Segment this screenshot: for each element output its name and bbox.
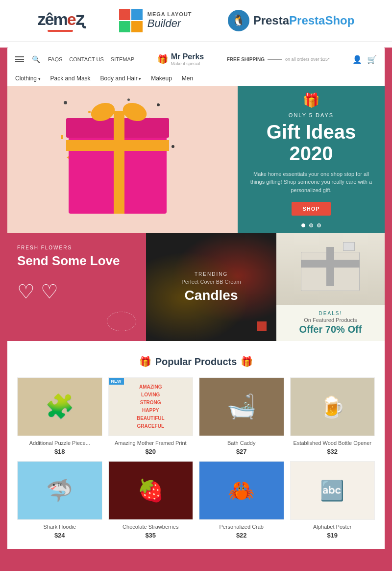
flowers-subtitle: FRESH FLOWERS [17,245,136,250]
deals-text: DEALS! On Featured Products Offer 70% Of… [276,305,385,341]
crab-name: Personalized Crab [199,524,284,530]
candles-title: Candles [185,288,238,303]
product-bottle[interactable]: 🍺 Established Wood Bottle Opener $32 [290,377,375,455]
print-name: Amazing Mother Framed Print [108,440,194,446]
crab-price: $22 [199,532,284,539]
nav-men[interactable]: Men [182,75,193,82]
strawberry-image: 🍓 [108,461,194,520]
nav-clothing[interactable]: Clothing [15,75,41,82]
search-icon[interactable]: 🔍 [32,55,40,63]
prestashop-icon: 🐧 [228,10,249,31]
puzzle-price: $18 [17,448,102,455]
cart-icon[interactable]: 🛒 [367,55,377,64]
hero-content: 🎁 ONLY 5 DAYS Gift Ideas 2020 Make home … [238,86,385,233]
product-bath[interactable]: 🛁 Bath Caddy $27 [199,377,284,455]
hero-title: Gift Ideas 2020 [247,121,375,164]
nav-body[interactable]: Body and Hair [100,75,142,82]
puzzle-name: Additional Puzzle Piece... [17,440,102,446]
alphabet-image: 🔤 [290,461,375,520]
product-crab[interactable]: 🦀 Personalized Crab $22 [199,461,284,539]
alphabet-icon: 🔤 [320,479,344,502]
promo-cards: FRESH FLOWERS Send Some Love ♡ ♡ TRENDIN… [7,233,385,341]
hero-image: ✦ ✦ [7,86,238,233]
product-grid-row2: 🦈 Shark Hoodie $24 🍓 Chocolate Strawberr… [17,461,375,539]
product-alphabet[interactable]: 🔤 Alphabet Poster $19 [290,461,375,539]
bottle-price: $32 [290,448,375,455]
flowers-title: Send Some Love [17,253,136,269]
product-shark[interactable]: 🦈 Shark Hoodie $24 [17,461,102,539]
nav-pack[interactable]: Pack and Mask [50,75,91,82]
product-puzzle[interactable]: 🧩 Additional Puzzle Piece... $18 [17,377,102,455]
strawberry-icon: 🍓 [137,478,164,503]
bottle-icon: 🍺 [319,395,345,419]
account-icon[interactable]: 👤 [352,55,362,64]
puzzle-icon: 🧩 [45,393,74,420]
sitemap-link[interactable]: SITEMAP [111,56,134,62]
hero-badge: ONLY 5 DAYS [289,112,334,118]
nav-links: FAQS CONTACT US SITEMAP [48,56,134,62]
header-icons: 👤 🛒 [352,55,377,64]
deals-package [301,247,360,291]
alphabet-name: Alphabet Poster [290,524,375,530]
alphabet-price: $19 [290,532,375,539]
puzzle-image: 🧩 [17,377,102,436]
dot-1[interactable] [301,223,305,227]
prestashop-name: PrestaPrestaShop [253,14,355,27]
new-badge: NEW [109,378,124,385]
faqs-link[interactable]: FAQS [48,56,62,62]
hero-slider: ✦ ✦ 🎁 ONLY 5 DAYS Gift Ideas 2020 Make h… [7,86,385,233]
crab-image: 🦀 [199,461,284,520]
bath-icon: 🛁 [227,393,256,420]
store-nav: Clothing Pack and Mask Body and Hair Mak… [7,71,385,86]
section-title: 🎁 Popular Products 🎁 [17,356,375,368]
store-logo-icon: 🎁 [157,54,168,65]
deals-middle: On Featured Products [282,317,379,323]
hearts-container: ♡ ♡ [17,280,136,303]
shop-button[interactable]: SHOP [292,202,330,216]
promo-deals-card[interactable]: DEALS! On Featured Products Offer 70% Of… [276,233,385,341]
store-header: 🔍 FAQS CONTACT US SITEMAP 🎁 Mr Perks Mak… [7,48,385,71]
gift-icon: 🎁 [303,92,320,108]
promo-flowers-card[interactable]: FRESH FLOWERS Send Some Love ♡ ♡ [7,233,146,341]
dot-2[interactable] [309,223,313,227]
mega-text: MEGA LAYOUT Builder [147,11,192,30]
bath-name: Bath Caddy [199,440,284,446]
store-tagline: Make it special [171,61,204,66]
logo-bar: zêmeʐ MEGA LAYOUT Builder 🐧 PrestaPresta… [0,0,392,42]
product-print[interactable]: NEW AMAZINGLOVINGSTRONGHAPPYBEAUTIFULGRA… [108,377,194,455]
dot-3[interactable] [317,223,321,227]
shark-name: Shark Hoodie [17,524,102,530]
bath-image: 🛁 [199,377,284,436]
promo-candles-card[interactable]: TRENDING Perfect Cover BB Cream Candles [146,233,276,341]
bath-price: $27 [199,448,284,455]
mega-layout-logo[interactable]: MEGA LAYOUT Builder [119,9,192,32]
product-grid-row1: 🧩 Additional Puzzle Piece... $18 NEW AMA… [17,377,375,455]
crab-icon: 🦀 [228,478,255,503]
shark-image: 🦈 [17,461,102,520]
candles-small: Perfect Cover BB Cream [182,279,241,285]
product-strawberry[interactable]: 🍓 Chocolate Strawberries $35 [108,461,194,539]
strawberry-price: $35 [108,532,194,539]
nav-makeup[interactable]: Makeup [151,75,172,82]
shark-icon: 🦈 [46,478,73,503]
print-price: $20 [108,448,194,455]
prestashop-logo[interactable]: 🐧 PrestaPrestaShop [228,10,355,31]
candles-sub: TRENDING [195,271,228,277]
contact-link[interactable]: CONTACT US [69,56,104,62]
bottle-name: Established Wood Bottle Opener [290,440,375,446]
store-logo[interactable]: 🎁 Mr Perks Make it special [157,52,204,66]
print-image: NEW AMAZINGLOVINGSTRONGHAPPYBEAUTIFULGRA… [108,377,194,436]
title-icon-left: 🎁 [139,356,151,368]
hamburger-menu[interactable] [15,56,24,62]
print-text: AMAZINGLOVINGSTRONGHAPPYBEAUTIFULGRACEFU… [137,383,165,430]
heart-1: ♡ [17,280,35,303]
zemes-logo[interactable]: zêmeʐ [38,9,83,32]
strawberry-name: Chocolate Strawberries [108,524,194,530]
hero-description: Make home essentials your one shop stop … [247,170,375,195]
bottle-image: 🍺 [290,377,375,436]
heart-2: ♡ [41,280,58,303]
shipping-info: FREE SHIPPING on all orders over $25* [227,57,330,62]
shark-price: $24 [17,532,102,539]
mega-icon [119,9,143,32]
deals-sub: DEALS! [282,311,379,316]
